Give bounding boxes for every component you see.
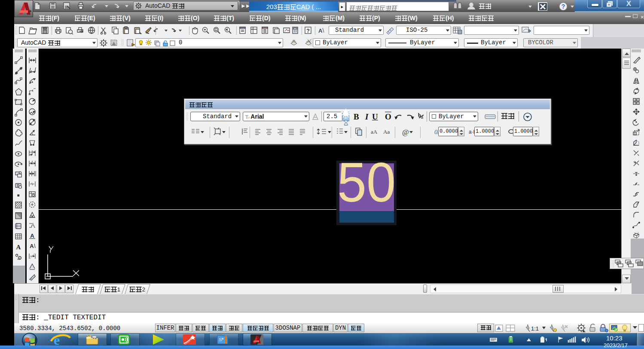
svg-text:?: ? [562,3,565,10]
svg-text:A: A [16,244,21,251]
svg-text:aA: aA [371,129,378,135]
svg-text:ZIP: ZIP [219,340,222,342]
svg-text:Aa: Aa [383,129,390,135]
svg-text:1:1: 1:1 [531,325,539,332]
svg-text:?: ? [306,28,310,34]
svg-text:A: A [30,233,34,239]
svg-text:@: @ [402,128,409,136]
svg-text:A: A [318,28,323,34]
svg-text:A: A [30,243,34,249]
